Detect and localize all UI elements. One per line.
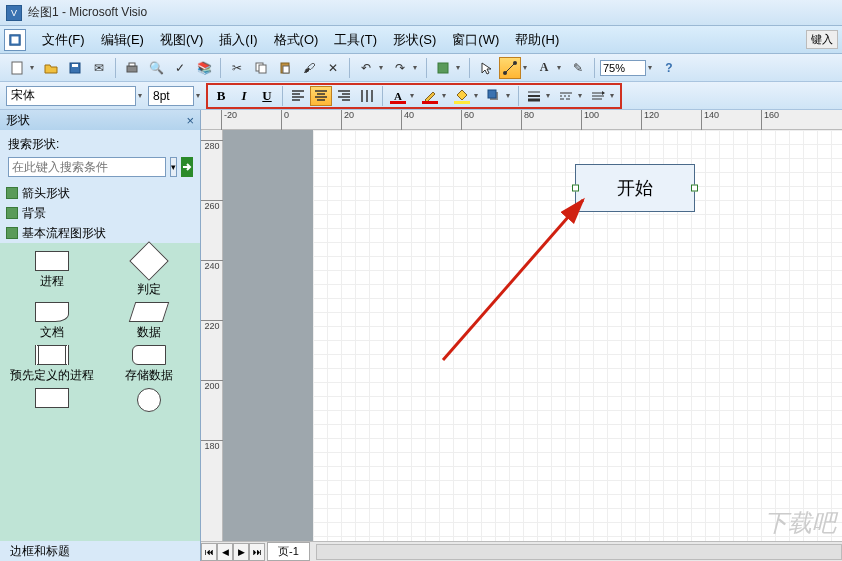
shape-data[interactable]: 数据 bbox=[101, 302, 196, 341]
redo-button[interactable]: ↷ bbox=[389, 57, 411, 79]
shape-predefined[interactable]: 预先定义的进程 bbox=[4, 345, 99, 384]
text-dropdown[interactable]: ▾ bbox=[557, 63, 565, 72]
menu-tail[interactable]: 键入 bbox=[806, 30, 838, 49]
line-pattern-dropdown[interactable]: ▾ bbox=[578, 91, 586, 100]
svg-rect-8 bbox=[259, 65, 266, 73]
shape-storage[interactable]: 存储数据 bbox=[101, 345, 196, 384]
redo-dropdown[interactable]: ▾ bbox=[413, 63, 421, 72]
align-left-button[interactable] bbox=[287, 86, 309, 106]
menubar: 文件(F) 编辑(E) 视图(V) 插入(I) 格式(O) 工具(T) 形状(S… bbox=[0, 26, 842, 54]
sidebar-search: 搜索形状: ▾ bbox=[0, 130, 200, 183]
app-icon: V bbox=[6, 5, 22, 21]
menu-edit[interactable]: 编辑(E) bbox=[93, 28, 152, 52]
cut-button[interactable]: ✂ bbox=[226, 57, 248, 79]
system-menu-icon[interactable] bbox=[4, 29, 26, 51]
line-weight-dropdown[interactable]: ▾ bbox=[546, 91, 554, 100]
undo-dropdown[interactable]: ▾ bbox=[379, 63, 387, 72]
connector-dropdown[interactable]: ▾ bbox=[523, 63, 531, 72]
line-ends-button[interactable] bbox=[587, 86, 609, 106]
shape-extra2[interactable] bbox=[101, 388, 196, 414]
fill-color-button[interactable] bbox=[451, 86, 473, 106]
shape-process[interactable]: 进程 bbox=[4, 251, 99, 298]
menu-shape[interactable]: 形状(S) bbox=[385, 28, 444, 52]
line-color-dropdown[interactable]: ▾ bbox=[442, 91, 450, 100]
align-center-button[interactable] bbox=[310, 86, 332, 106]
underline-button[interactable]: U bbox=[256, 86, 278, 106]
font-color-dropdown[interactable]: ▾ bbox=[410, 91, 418, 100]
line-ends-dropdown[interactable]: ▾ bbox=[610, 91, 618, 100]
tab-last-button[interactable]: ⏭ bbox=[249, 543, 265, 561]
category-flowchart[interactable]: 基本流程图形状 bbox=[0, 223, 200, 243]
menu-view[interactable]: 视图(V) bbox=[152, 28, 211, 52]
tab-next-button[interactable]: ▶ bbox=[233, 543, 249, 561]
shape-decision[interactable]: 判定 bbox=[101, 251, 196, 298]
menu-tools[interactable]: 工具(T) bbox=[326, 28, 385, 52]
canvas-area: -20 0 20 40 60 80 100 120 140 160 280 26… bbox=[201, 110, 842, 561]
tab-first-button[interactable]: ⏮ bbox=[201, 543, 217, 561]
drawing-page[interactable]: 开始 bbox=[223, 130, 842, 541]
stencil-dropdown[interactable]: ▾ bbox=[456, 63, 464, 72]
search-go-button[interactable] bbox=[181, 157, 193, 177]
vertical-ruler: 280 260 240 220 200 180 bbox=[201, 130, 223, 541]
format-highlight-box: B I U A ▾ ▾ ▾ ▾ ▾ ▾ ▾ bbox=[206, 83, 622, 109]
menu-insert[interactable]: 插入(I) bbox=[211, 28, 265, 52]
line-color-button[interactable] bbox=[419, 86, 441, 106]
search-input[interactable] bbox=[8, 157, 166, 177]
format-painter-button[interactable]: 🖌 bbox=[298, 57, 320, 79]
pointer-button[interactable] bbox=[475, 57, 497, 79]
ink-button[interactable]: ✎ bbox=[567, 57, 589, 79]
menu-file[interactable]: 文件(F) bbox=[34, 28, 93, 52]
sidebar-close-icon[interactable]: × bbox=[186, 113, 194, 128]
preview-button[interactable]: 🔍 bbox=[145, 57, 167, 79]
menu-window[interactable]: 窗口(W) bbox=[444, 28, 507, 52]
category-background[interactable]: 背景 bbox=[0, 203, 200, 223]
stencil-icon bbox=[6, 187, 18, 199]
text-button[interactable]: A bbox=[533, 57, 555, 79]
shadow-button[interactable] bbox=[483, 86, 505, 106]
line-weight-button[interactable] bbox=[523, 86, 545, 106]
new-button[interactable] bbox=[6, 57, 28, 79]
open-button[interactable] bbox=[40, 57, 62, 79]
connector-button[interactable] bbox=[499, 57, 521, 79]
help-icon[interactable]: ? bbox=[658, 57, 680, 79]
align-right-button[interactable] bbox=[333, 86, 355, 106]
shape-extra1[interactable] bbox=[4, 388, 99, 414]
line-pattern-button[interactable] bbox=[555, 86, 577, 106]
menu-help[interactable]: 帮助(H) bbox=[507, 28, 567, 52]
undo-button[interactable]: ↶ bbox=[355, 57, 377, 79]
category-arrows[interactable]: 箭头形状 bbox=[0, 183, 200, 203]
mail-button[interactable]: ✉ bbox=[88, 57, 110, 79]
spell-button[interactable]: ✓ bbox=[169, 57, 191, 79]
tab-prev-button[interactable]: ◀ bbox=[217, 543, 233, 561]
zoom-dropdown[interactable]: ▾ bbox=[648, 63, 656, 72]
delete-button[interactable]: ✕ bbox=[322, 57, 344, 79]
page-tab-1[interactable]: 页-1 bbox=[267, 542, 310, 561]
start-shape-text: 开始 bbox=[617, 176, 653, 200]
font-size-dropdown[interactable]: ▾ bbox=[196, 91, 204, 100]
save-button[interactable] bbox=[64, 57, 86, 79]
titlebar: V 绘图1 - Microsoft Visio bbox=[0, 0, 842, 26]
svg-point-13 bbox=[513, 61, 517, 65]
paste-button[interactable] bbox=[274, 57, 296, 79]
zoom-input[interactable] bbox=[600, 60, 646, 76]
stencil-button[interactable] bbox=[432, 57, 454, 79]
font-size-input[interactable] bbox=[148, 86, 194, 106]
bold-button[interactable]: B bbox=[210, 86, 232, 106]
font-name-input[interactable] bbox=[6, 86, 136, 106]
new-dropdown[interactable]: ▾ bbox=[30, 63, 38, 72]
horizontal-scrollbar[interactable] bbox=[316, 544, 842, 560]
italic-button[interactable]: I bbox=[233, 86, 255, 106]
research-button[interactable]: 📚 bbox=[193, 57, 215, 79]
stencil-icon bbox=[6, 227, 18, 239]
copy-button[interactable] bbox=[250, 57, 272, 79]
shadow-dropdown[interactable]: ▾ bbox=[506, 91, 514, 100]
category-borders[interactable]: 边框和标题 bbox=[0, 541, 200, 561]
font-name-dropdown[interactable]: ▾ bbox=[138, 91, 146, 100]
menu-format[interactable]: 格式(O) bbox=[266, 28, 327, 52]
search-dropdown[interactable]: ▾ bbox=[170, 157, 177, 177]
font-color-button[interactable]: A bbox=[387, 86, 409, 106]
distribute-button[interactable] bbox=[356, 86, 378, 106]
print-button[interactable] bbox=[121, 57, 143, 79]
shape-document[interactable]: 文档 bbox=[4, 302, 99, 341]
fill-color-dropdown[interactable]: ▾ bbox=[474, 91, 482, 100]
